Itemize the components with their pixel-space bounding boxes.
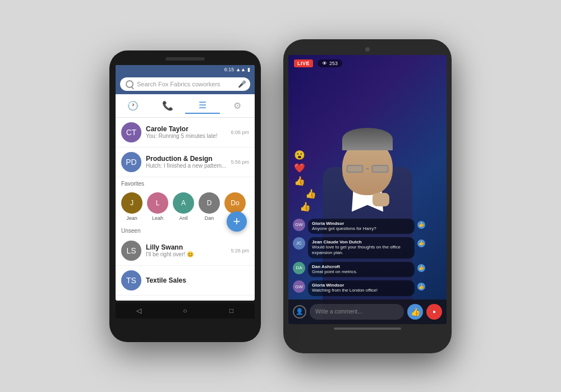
comment-avatar: GW <box>293 280 305 293</box>
reaction-emojis: 😮 ❤️ 👍 👍 👍 <box>294 150 316 212</box>
status-time: 6:15 <box>224 67 234 72</box>
contact-info: Carole Taylor You: Running 5 minutes lat… <box>146 125 226 139</box>
list-item[interactable]: LS Lilly Swann I'll be right over! 😊 5:2… <box>116 236 255 266</box>
battery-icon: ▮ <box>247 67 250 72</box>
comment-avatar: DA <box>293 262 305 274</box>
favorite-name: Anil <box>179 215 187 221</box>
tab-settings[interactable]: ⚙ <box>220 98 255 114</box>
live-header: LIVE 👁 253 <box>288 55 447 72</box>
live-badge: LIVE <box>294 59 313 67</box>
search-input-container[interactable]: Search Fox Fabrics coworkers 🎤 <box>120 77 250 91</box>
contact-info: Textile Sales <box>146 276 249 284</box>
contact-name: Lilly Swann <box>146 243 226 251</box>
contact-time: 6:06 pm <box>231 130 249 135</box>
iphone-camera <box>365 47 370 52</box>
home-button[interactable]: ○ <box>181 306 190 315</box>
contact-info: Lilly Swann I'll be right over! 😊 <box>146 243 226 257</box>
avatar: Do <box>224 192 246 214</box>
comment-bubble: Dan Ashcroft Great point on metrics. <box>308 262 415 277</box>
compose-fab-button[interactable]: + <box>227 211 247 232</box>
comment-input[interactable]: Write a comment... <box>310 304 404 320</box>
tab-contacts[interactable]: ☰ <box>185 98 220 114</box>
phones-container: 6:15 ▲▲ ▮ Search Fox Fabrics coworkers 🎤… <box>109 39 452 353</box>
contact-preview: Hutch: I finished a new pattern... <box>146 163 226 169</box>
android-nav-tabs: 🕐 📞 ☰ ⚙ <box>116 94 255 118</box>
back-button[interactable]: ◁ <box>134 306 143 315</box>
comment-bubble: Gloria Windsor Anyone got questions for … <box>308 219 415 234</box>
like-button[interactable]: 👍 <box>417 283 425 290</box>
comment-input-bar: 👤 Write a comment... 👍 ● <box>288 299 447 324</box>
comment-text: Great point on metrics. <box>312 269 411 275</box>
tab-phone[interactable]: 📞 <box>150 98 185 114</box>
comment-placeholder: Write a comment... <box>315 308 362 315</box>
contact-time: 5:56 pm <box>231 159 249 165</box>
reaction-emoji: 😮 <box>294 150 316 160</box>
list-item[interactable]: TS Textile Sales <box>116 266 255 296</box>
eye-icon: 👁 <box>322 61 327 66</box>
favorite-name: Jean <box>126 215 137 221</box>
android-status-bar: 6:15 ▲▲ ▮ <box>116 65 255 74</box>
search-placeholder: Search Fox Fabrics coworkers <box>137 81 236 87</box>
contact-name: Carole Taylor <box>146 125 226 133</box>
comment-bubble: Gloria Windsor Watching from the London … <box>308 280 415 296</box>
android-search-bar: Search Fox Fabrics coworkers 🎤 <box>116 74 255 94</box>
list-item[interactable]: A Anil <box>173 192 194 221</box>
signal-icon: ▲▲ <box>236 67 246 72</box>
comment-bubble: Jean Claude Von Dutch Would love to get … <box>308 237 415 259</box>
comment-author: Gloria Windsor <box>312 283 411 288</box>
list-item[interactable]: L Leah <box>147 192 168 221</box>
viewer-number: 253 <box>329 61 338 66</box>
android-speaker <box>165 57 205 61</box>
live-video-background: LIVE 👁 253 😮 ❤️ 👍 👍 👍 <box>288 55 447 324</box>
favorite-name: Leah <box>152 215 163 221</box>
contact-name: Production & Design <box>146 155 226 163</box>
like-button[interactable]: 👍 <box>417 264 425 272</box>
reaction-emoji: 👍 <box>294 176 316 186</box>
reaction-emoji: 👍 <box>300 201 316 212</box>
favorite-name: Dan <box>205 215 214 221</box>
avatar: TS <box>121 270 141 290</box>
avatar: CT <box>121 122 141 142</box>
list-item[interactable]: PD Production & Design Hutch: I finished… <box>116 147 255 177</box>
like-button[interactable]: 👍 <box>417 221 425 229</box>
mic-icon[interactable]: 🎤 <box>239 80 245 88</box>
comment-item: GW Gloria Windsor Watching from the Lond… <box>293 280 425 296</box>
viewer-count: 👁 253 <box>318 59 342 67</box>
comments-area: GW Gloria Windsor Anyone got questions f… <box>288 219 430 296</box>
comment-author: Gloria Windsor <box>312 221 411 226</box>
favorites-section-label: Favorites <box>116 177 255 189</box>
reaction-emoji: 👍 <box>305 188 316 199</box>
add-friend-icon[interactable]: 👤 <box>293 305 306 319</box>
comment-item: JC Jean Claude Von Dutch Would love to g… <box>293 237 425 259</box>
android-screen: 6:15 ▲▲ ▮ Search Fox Fabrics coworkers 🎤… <box>116 65 255 301</box>
tab-recent[interactable]: 🕐 <box>116 98 150 114</box>
comment-author: Jean Claude Von Dutch <box>312 239 411 245</box>
contact-info: Production & Design Hutch: I finished a … <box>146 155 226 169</box>
comment-text: Would love to get your thoughts on the o… <box>312 245 411 256</box>
comment-text: Anyone got questions for Harry? <box>312 226 411 232</box>
android-nav-bar: ◁ ○ □ <box>116 303 255 319</box>
contact-preview: You: Running 5 minutes late! <box>146 133 226 139</box>
comment-author: Dan Ashcroft <box>312 264 411 269</box>
avatar: D <box>199 192 220 214</box>
iphone-home-bar[interactable] <box>334 328 401 330</box>
comment-text: Watching from the London office! <box>312 288 411 293</box>
iphone: LIVE 👁 253 😮 ❤️ 👍 👍 👍 <box>283 39 452 353</box>
list-item[interactable]: CT Carole Taylor You: Running 5 minutes … <box>116 118 255 147</box>
reaction-emoji: ❤️ <box>294 163 316 173</box>
contact-name: Textile Sales <box>146 276 249 284</box>
contact-preview: I'll be right over! 😊 <box>146 251 226 257</box>
like-button[interactable]: 👍 <box>417 239 425 247</box>
android-content: CT Carole Taylor You: Running 5 minutes … <box>116 118 255 301</box>
contact-time: 5:26 pm <box>231 248 249 253</box>
recents-button[interactable]: □ <box>227 306 236 315</box>
list-item[interactable]: D Dan <box>199 192 220 221</box>
avatar: J <box>121 192 142 214</box>
thumbs-up-button[interactable]: 👍 <box>407 304 423 320</box>
comment-avatar: JC <box>293 237 305 250</box>
live-action-button[interactable]: ● <box>426 304 442 320</box>
list-item[interactable]: J Jean <box>121 192 142 221</box>
comment-item: GW Gloria Windsor Anyone got questions f… <box>293 219 425 234</box>
android-phone: 6:15 ▲▲ ▮ Search Fox Fabrics coworkers 🎤… <box>109 50 261 342</box>
avatar: A <box>173 192 194 214</box>
